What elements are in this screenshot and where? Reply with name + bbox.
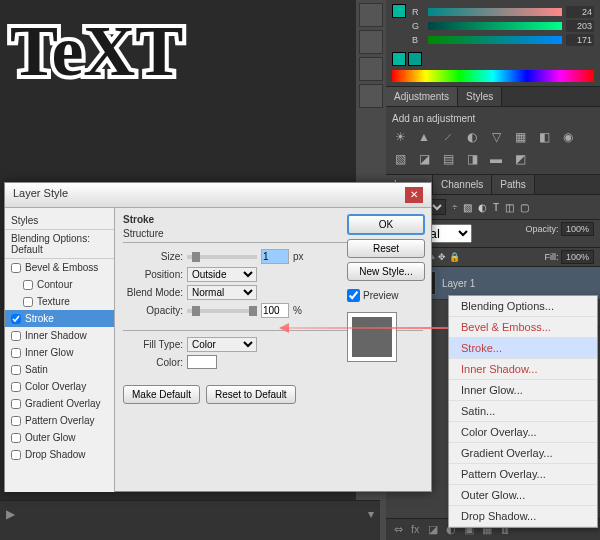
position-select[interactable]: Outside xyxy=(187,267,257,282)
menu-pattern-overlay[interactable]: Pattern Overlay... xyxy=(449,464,597,485)
filter-image-icon[interactable]: ▧ xyxy=(463,202,472,213)
pattern-overlay-checkbox[interactable] xyxy=(11,416,21,426)
tab-paths[interactable]: Paths xyxy=(492,175,535,194)
ok-button[interactable]: OK xyxy=(347,214,425,235)
b-slider[interactable] xyxy=(428,36,562,44)
link-layers-icon[interactable]: ⇔ xyxy=(394,523,403,536)
r-slider[interactable] xyxy=(428,8,562,16)
menu-stroke[interactable]: Stroke... xyxy=(449,338,597,359)
layer-fx-icon[interactable]: fx xyxy=(411,523,420,536)
outer-glow-checkbox[interactable] xyxy=(11,433,21,443)
style-pattern-overlay[interactable]: Pattern Overlay xyxy=(5,412,114,429)
b-value[interactable]: 171 xyxy=(566,34,594,46)
menu-bevel-emboss[interactable]: Bevel & Emboss... xyxy=(449,317,597,338)
style-inner-glow[interactable]: Inner Glow xyxy=(5,344,114,361)
menu-gradient-overlay[interactable]: Gradient Overlay... xyxy=(449,443,597,464)
menu-outer-glow[interactable]: Outer Glow... xyxy=(449,485,597,506)
close-icon[interactable]: ✕ xyxy=(405,187,423,203)
opacity-input[interactable] xyxy=(261,303,289,318)
tab-channels[interactable]: Channels xyxy=(433,175,492,194)
g-slider[interactable] xyxy=(428,22,562,30)
gradient-map-icon[interactable]: ▬ xyxy=(488,152,504,168)
play-icon[interactable]: ▶ xyxy=(6,507,15,521)
timeline-menu-icon[interactable]: ▾ xyxy=(368,507,374,521)
layer-name[interactable]: Layer 1 xyxy=(442,278,475,289)
filter-shape-icon[interactable]: ◫ xyxy=(505,202,514,213)
bevel-checkbox[interactable] xyxy=(11,263,21,273)
filter-type-icon[interactable]: T xyxy=(493,202,499,213)
fill-value[interactable]: 100% xyxy=(561,250,594,264)
blending-options-item[interactable]: Blending Options: Default xyxy=(5,230,114,259)
preview-checkbox[interactable] xyxy=(347,289,360,302)
style-color-overlay[interactable]: Color Overlay xyxy=(5,378,114,395)
style-gradient-overlay[interactable]: Gradient Overlay xyxy=(5,395,114,412)
filltype-select[interactable]: Color xyxy=(187,337,257,352)
style-drop-shadow[interactable]: Drop Shadow xyxy=(5,446,114,463)
menu-blending-options[interactable]: Blending Options... xyxy=(449,296,597,317)
levels-icon[interactable]: ▲ xyxy=(416,130,432,146)
reset-default-button[interactable]: Reset to Default xyxy=(206,385,296,404)
lock-all-icon[interactable]: 🔒 xyxy=(449,252,460,262)
style-contour[interactable]: Contour xyxy=(5,276,114,293)
style-satin[interactable]: Satin xyxy=(5,361,114,378)
tab-adjustments[interactable]: Adjustments xyxy=(386,87,458,106)
tool-icon[interactable] xyxy=(359,3,383,27)
menu-satin[interactable]: Satin... xyxy=(449,401,597,422)
lock-position-icon[interactable]: ✥ xyxy=(438,252,446,262)
filter-adjust-icon[interactable]: ◐ xyxy=(478,202,487,213)
style-bevel[interactable]: Bevel & Emboss xyxy=(5,259,114,276)
b-label: B xyxy=(412,35,424,45)
contour-checkbox[interactable] xyxy=(23,280,33,290)
gradient-overlay-checkbox[interactable] xyxy=(11,399,21,409)
make-default-button[interactable]: Make Default xyxy=(123,385,200,404)
texture-checkbox[interactable] xyxy=(23,297,33,307)
size-input[interactable] xyxy=(261,249,289,264)
curves-icon[interactable]: ⟋ xyxy=(440,130,456,146)
style-inner-shadow[interactable]: Inner Shadow xyxy=(5,327,114,344)
size-slider[interactable] xyxy=(187,255,257,259)
styles-header[interactable]: Styles xyxy=(5,212,114,230)
opacity-value[interactable]: 100% xyxy=(561,222,594,236)
tool-icon[interactable] xyxy=(359,57,383,81)
vibrance-icon[interactable]: ▽ xyxy=(488,130,504,146)
opacity-slider[interactable] xyxy=(187,309,257,313)
color-swatch-2[interactable] xyxy=(408,52,422,66)
threshold-icon[interactable]: ◨ xyxy=(464,152,480,168)
style-stroke[interactable]: Stroke xyxy=(5,310,114,327)
layer-mask-icon[interactable]: ◪ xyxy=(428,523,438,536)
hue-icon[interactable]: ▦ xyxy=(512,130,528,146)
color-swatch[interactable] xyxy=(187,355,217,369)
g-value[interactable]: 203 xyxy=(566,20,594,32)
brightness-icon[interactable]: ☀ xyxy=(392,130,408,146)
color-overlay-checkbox[interactable] xyxy=(11,382,21,392)
stroke-checkbox[interactable] xyxy=(11,314,21,324)
inner-shadow-checkbox[interactable] xyxy=(11,331,21,341)
invert-icon[interactable]: ◪ xyxy=(416,152,432,168)
style-outer-glow[interactable]: Outer Glow xyxy=(5,429,114,446)
drop-shadow-checkbox[interactable] xyxy=(11,450,21,460)
menu-color-overlay[interactable]: Color Overlay... xyxy=(449,422,597,443)
posterize-icon[interactable]: ▤ xyxy=(440,152,456,168)
color-swatch-1[interactable] xyxy=(392,52,406,66)
inner-glow-checkbox[interactable] xyxy=(11,348,21,358)
selective-color-icon[interactable]: ◩ xyxy=(512,152,528,168)
style-texture[interactable]: Texture xyxy=(5,293,114,310)
channel-mixer-icon[interactable]: ▧ xyxy=(392,152,408,168)
foreground-swatch[interactable] xyxy=(392,4,406,18)
menu-inner-shadow[interactable]: Inner Shadow... xyxy=(449,359,597,380)
photo-filter-icon[interactable]: ◉ xyxy=(560,130,576,146)
exposure-icon[interactable]: ◐ xyxy=(464,130,480,146)
tab-styles[interactable]: Styles xyxy=(458,87,502,106)
bw-icon[interactable]: ◧ xyxy=(536,130,552,146)
menu-inner-glow[interactable]: Inner Glow... xyxy=(449,380,597,401)
color-spectrum[interactable] xyxy=(392,70,594,82)
tool-icon[interactable] xyxy=(359,84,383,108)
reset-button[interactable]: Reset xyxy=(347,239,425,258)
blend-mode-select[interactable]: Normal xyxy=(187,285,257,300)
menu-drop-shadow[interactable]: Drop Shadow... xyxy=(449,506,597,527)
r-value[interactable]: 24 xyxy=(566,6,594,18)
tool-icon[interactable] xyxy=(359,30,383,54)
filter-smart-icon[interactable]: ▢ xyxy=(520,202,529,213)
satin-checkbox[interactable] xyxy=(11,365,21,375)
new-style-button[interactable]: New Style... xyxy=(347,262,425,281)
